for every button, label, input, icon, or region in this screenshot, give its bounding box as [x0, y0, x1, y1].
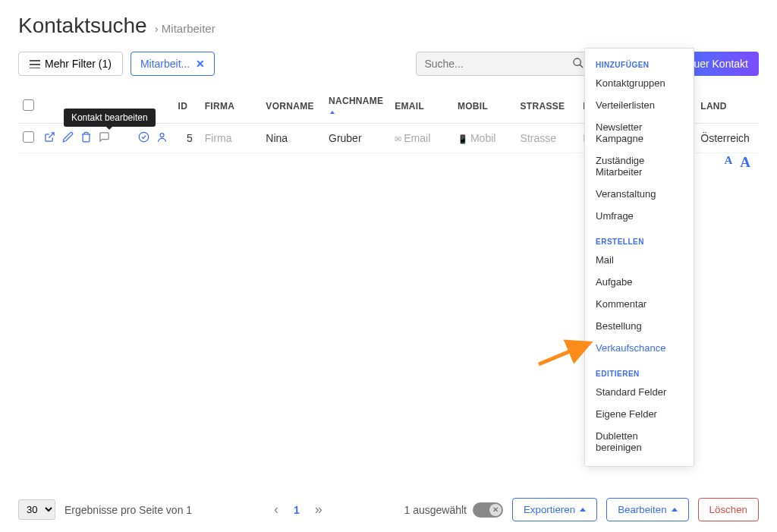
dd-veranstaltung[interactable]: Veranstaltung	[585, 183, 694, 205]
edit-icon[interactable]	[62, 131, 74, 145]
new-contact-label: uer Kontakt	[694, 58, 748, 70]
font-large-icon[interactable]: A	[740, 154, 750, 171]
comment-icon[interactable]	[99, 131, 110, 145]
close-icon[interactable]: ✕	[196, 58, 205, 70]
page-next-button[interactable]: »	[310, 502, 327, 518]
dd-section-create: ERSTELLEN	[585, 233, 694, 249]
select-all-checkbox[interactable]	[23, 99, 34, 111]
filter-chip-mitarbeiter[interactable]: Mitarbeit... ✕	[131, 52, 215, 76]
col-strasse[interactable]: STRASSE	[516, 90, 579, 124]
annotation-arrow	[535, 334, 599, 368]
open-external-icon[interactable]	[44, 131, 55, 145]
col-email[interactable]: EMAIL	[390, 90, 453, 124]
font-small-icon[interactable]: A	[724, 154, 732, 171]
cell-mobil[interactable]: 📱 Mobil	[453, 124, 516, 153]
breadcrumb[interactable]: Mitarbeiter	[155, 22, 215, 35]
dd-zustandige-mitarbeiter[interactable]: Zuständige Mitarbeiter	[585, 150, 694, 183]
bearbeiten-dropdown: HINZUFÜGEN Kontaktgruppen Verteilerliste…	[584, 48, 694, 467]
dd-bestellung[interactable]: Bestellung	[585, 315, 694, 337]
page-title: Kontaktsuche	[18, 14, 147, 38]
page-prev-button[interactable]: ‹	[269, 502, 283, 518]
chip-label: Mitarbeit...	[140, 58, 190, 70]
col-mobil[interactable]: MOBIL	[453, 90, 516, 124]
cell-strasse[interactable]: Strasse	[516, 124, 579, 153]
footer-bar: 30 Ergebnisse pro Seite von 1 ‹ 1 » 1 au…	[0, 490, 777, 532]
dd-mail[interactable]: Mail	[585, 249, 694, 271]
dd-aufgabe[interactable]: Aufgabe	[585, 271, 694, 293]
col-firma[interactable]: FIRMA	[200, 90, 262, 124]
col-id[interactable]: ID	[174, 90, 200, 124]
font-size-controls: A A	[724, 154, 750, 171]
dd-standard-felder[interactable]: Standard Felder	[585, 381, 694, 403]
filter-label: Mehr Filter (1)	[45, 58, 112, 70]
col-land[interactable]: LAND	[696, 90, 759, 124]
chevron-up-icon	[672, 508, 678, 512]
svg-line-4	[539, 343, 590, 364]
export-button[interactable]: Exportieren	[512, 498, 597, 521]
dd-verteilerlisten[interactable]: Verteilerlisten	[585, 94, 694, 116]
new-contact-button[interactable]: uer Kontakt	[683, 52, 759, 76]
search-input[interactable]	[416, 52, 590, 76]
svg-point-1	[139, 132, 149, 142]
dd-verkaufschance[interactable]: Verkaufschance	[585, 337, 694, 359]
dd-umfrage[interactable]: Umfrage	[585, 205, 694, 227]
check-circle-icon[interactable]	[138, 131, 149, 145]
dd-eigene-felder[interactable]: Eigene Felder	[585, 403, 694, 425]
edit-tooltip: Kontakt bearbeiten	[64, 109, 156, 127]
dd-section-edit: EDITIEREN	[585, 365, 694, 381]
svg-point-2	[160, 134, 164, 137]
cell-nachname: Gruber	[324, 124, 390, 153]
cell-firma[interactable]: Firma	[200, 124, 262, 153]
selection-toggle[interactable]	[473, 502, 503, 518]
selected-count-label: 1 ausgewählt	[404, 504, 467, 516]
col-vorname[interactable]: VORNAME	[261, 90, 324, 124]
chevron-up-icon	[580, 508, 586, 512]
page-size-select[interactable]: 30	[18, 499, 55, 520]
cell-id: 5	[174, 124, 200, 153]
more-filter-button[interactable]: Mehr Filter (1)	[18, 52, 123, 76]
col-nachname[interactable]: NACHNAME	[324, 90, 390, 124]
results-per-page-label: Ergebnisse pro Seite von 1	[64, 504, 192, 516]
dd-dubletten-bereinigen[interactable]: Dubletten bereinigen	[585, 425, 694, 458]
dd-kontaktgruppen[interactable]: Kontaktgruppen	[585, 72, 694, 94]
cell-vorname: Nina	[261, 124, 324, 153]
person-icon[interactable]	[156, 131, 168, 145]
row-checkbox[interactable]	[23, 131, 34, 143]
dd-kommentar[interactable]: Kommentar	[585, 293, 694, 315]
trash-icon[interactable]	[80, 131, 92, 145]
dd-newsletter-kampagne[interactable]: Newsletter Kampagne	[585, 116, 694, 150]
page-current[interactable]: 1	[294, 504, 300, 516]
bearbeiten-button[interactable]: Bearbeiten	[606, 498, 688, 521]
cell-email[interactable]: ✉ Email	[390, 124, 453, 153]
cell-land: Österreich	[696, 124, 759, 153]
delete-button[interactable]: Löschen	[698, 498, 759, 521]
dd-section-add: HINZUFÜGEN	[585, 56, 694, 72]
pagination: ‹ 1 »	[269, 502, 327, 518]
sort-icon	[330, 111, 335, 114]
